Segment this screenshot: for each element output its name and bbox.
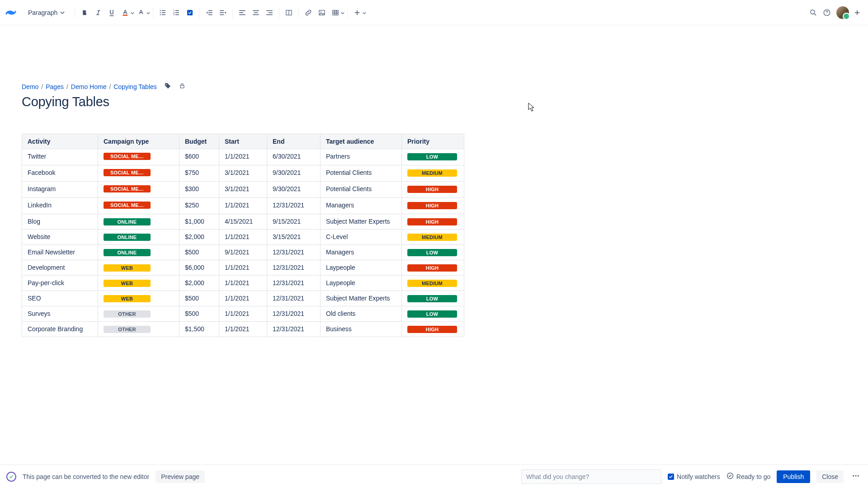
cell-start[interactable]: 1/1/2021: [219, 198, 267, 214]
cell-activity[interactable]: Surveys: [22, 306, 98, 322]
italic-button[interactable]: [91, 6, 105, 19]
cell-start[interactable]: 1/1/2021: [219, 276, 267, 291]
column-header[interactable]: Priority: [402, 134, 464, 149]
cell-audience[interactable]: Old clients: [321, 306, 402, 322]
cell-audience[interactable]: Potential Clients: [321, 182, 402, 198]
cell-campaign-type[interactable]: OTHER: [98, 306, 179, 322]
cell-campaign-type[interactable]: ONLINE: [98, 214, 179, 230]
align-left-button[interactable]: [236, 6, 249, 19]
editor-content[interactable]: Demo / Pages / Demo Home / Copying Table…: [0, 25, 868, 465]
cell-priority[interactable]: MEDIUM: [402, 230, 464, 245]
cell-audience[interactable]: Partners: [321, 149, 402, 165]
table-row[interactable]: FacebookSOCIAL ME…$7503/1/20219/30/2021P…: [22, 165, 464, 182]
cell-activity[interactable]: Instagram: [22, 182, 98, 198]
column-header[interactable]: Target audience: [321, 134, 402, 149]
cell-priority[interactable]: HIGH: [402, 322, 464, 337]
page-title[interactable]: Copying Tables: [22, 94, 846, 109]
cell-end[interactable]: 12/31/2021: [267, 198, 321, 214]
cell-end[interactable]: 12/31/2021: [267, 291, 321, 306]
cell-budget[interactable]: $750: [179, 165, 219, 182]
cell-end[interactable]: 3/15/2021: [267, 230, 321, 245]
cell-campaign-type[interactable]: SOCIAL ME…: [98, 198, 179, 214]
cell-audience[interactable]: Subject Matter Experts: [321, 291, 402, 306]
cell-budget[interactable]: $600: [179, 149, 219, 165]
table-row[interactable]: BlogONLINE$1,0004/15/20219/15/2021Subjec…: [22, 214, 464, 230]
cell-end[interactable]: 9/30/2021: [267, 165, 321, 182]
cell-audience[interactable]: Business: [321, 322, 402, 337]
table-row[interactable]: Corporate BrandingOTHER$1,5001/1/202112/…: [22, 322, 464, 337]
align-right-button[interactable]: [263, 6, 276, 19]
version-comment-input[interactable]: What did you change?: [521, 469, 661, 484]
bullet-list-button[interactable]: [156, 6, 170, 19]
breadcrumb-link[interactable]: Pages: [46, 83, 64, 90]
cell-campaign-type[interactable]: WEB: [98, 276, 179, 291]
cell-start[interactable]: 1/1/2021: [219, 322, 267, 337]
find-replace-button[interactable]: [807, 6, 820, 19]
breadcrumb-link[interactable]: Copying Tables: [113, 83, 156, 90]
column-header[interactable]: Start: [219, 134, 267, 149]
cell-priority[interactable]: MEDIUM: [402, 276, 464, 291]
task-list-button[interactable]: [183, 6, 197, 19]
image-button[interactable]: [315, 6, 329, 19]
text-color-button[interactable]: [118, 6, 134, 19]
numbered-list-button[interactable]: 123: [170, 6, 183, 19]
cell-activity[interactable]: Twitter: [22, 149, 98, 165]
column-header[interactable]: End: [267, 134, 321, 149]
cell-activity[interactable]: Website: [22, 230, 98, 245]
table-row[interactable]: LinkedInSOCIAL ME…$2501/1/202112/31/2021…: [22, 198, 464, 214]
table-button[interactable]: [329, 6, 344, 19]
cell-end[interactable]: 12/31/2021: [267, 276, 321, 291]
layout-button[interactable]: [282, 6, 296, 19]
cell-activity[interactable]: Development: [22, 260, 98, 276]
more-actions-button[interactable]: [850, 470, 862, 483]
cell-start[interactable]: 1/1/2021: [219, 260, 267, 276]
cell-end[interactable]: 12/31/2021: [267, 322, 321, 337]
column-header[interactable]: Activity: [22, 134, 98, 149]
cell-audience[interactable]: C-Level: [321, 230, 402, 245]
cell-priority[interactable]: HIGH: [402, 260, 464, 276]
table-row[interactable]: Email NewsletterONLINE$5009/1/202112/31/…: [22, 245, 464, 260]
publish-button[interactable]: Publish: [777, 470, 810, 483]
cell-start[interactable]: 3/1/2021: [219, 165, 267, 182]
cell-activity[interactable]: Facebook: [22, 165, 98, 182]
cell-priority[interactable]: LOW: [402, 245, 464, 260]
cell-budget[interactable]: $500: [179, 306, 219, 322]
insert-button[interactable]: [350, 6, 366, 19]
cell-budget[interactable]: $500: [179, 245, 219, 260]
table-row[interactable]: WebsiteONLINE$2,0001/1/20213/15/2021C-Le…: [22, 230, 464, 245]
cell-budget[interactable]: $2,000: [179, 230, 219, 245]
notify-watchers-checkbox[interactable]: Notify watchers: [668, 473, 720, 480]
table-row[interactable]: InstagramSOCIAL ME…$3003/1/20219/30/2021…: [22, 182, 464, 198]
cell-budget[interactable]: $500: [179, 291, 219, 306]
paragraph-style-select[interactable]: Paragraph: [25, 7, 67, 18]
labels-icon[interactable]: [164, 82, 171, 91]
cell-budget[interactable]: $300: [179, 182, 219, 198]
user-avatar[interactable]: [836, 6, 849, 19]
cell-priority[interactable]: HIGH: [402, 182, 464, 198]
cell-start[interactable]: 1/1/2021: [219, 291, 267, 306]
more-formatting-button[interactable]: [134, 6, 150, 19]
cell-activity[interactable]: LinkedIn: [22, 198, 98, 214]
table-row[interactable]: Pay-per-clickWEB$2,0001/1/202112/31/2021…: [22, 276, 464, 291]
cell-end[interactable]: 6/30/2021: [267, 149, 321, 165]
cell-audience[interactable]: Managers: [321, 198, 402, 214]
cell-priority[interactable]: LOW: [402, 306, 464, 322]
help-button[interactable]: [820, 6, 834, 19]
cell-activity[interactable]: Pay-per-click: [22, 276, 98, 291]
cell-priority[interactable]: LOW: [402, 149, 464, 165]
cell-campaign-type[interactable]: ONLINE: [98, 230, 179, 245]
table-row[interactable]: SEOWEB$5001/1/202112/31/2021Subject Matt…: [22, 291, 464, 306]
cell-campaign-type[interactable]: WEB: [98, 291, 179, 306]
align-center-button[interactable]: [249, 6, 263, 19]
cell-audience[interactable]: Laypeople: [321, 276, 402, 291]
cell-end[interactable]: 9/30/2021: [267, 182, 321, 198]
underline-button[interactable]: [105, 6, 118, 19]
cell-audience[interactable]: Laypeople: [321, 260, 402, 276]
campaigns-table[interactable]: Activity Campaign type Budget Start End …: [22, 134, 464, 337]
bold-button[interactable]: [78, 6, 91, 19]
cell-start[interactable]: 3/1/2021: [219, 182, 267, 198]
cell-campaign-type[interactable]: SOCIAL ME…: [98, 182, 179, 198]
cell-audience[interactable]: Managers: [321, 245, 402, 260]
breadcrumb-link[interactable]: Demo Home: [71, 83, 107, 90]
cell-campaign-type[interactable]: ONLINE: [98, 245, 179, 260]
